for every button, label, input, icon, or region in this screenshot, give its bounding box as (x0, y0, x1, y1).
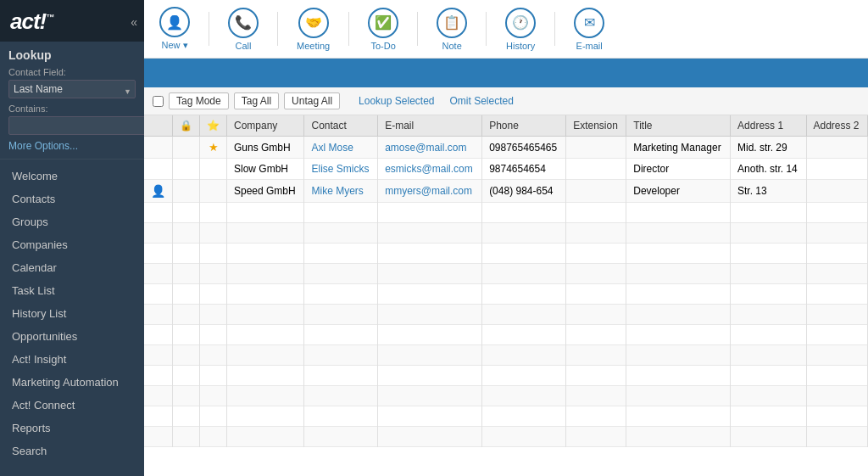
sidebar-item-opportunities[interactable]: Opportunities (0, 325, 144, 348)
sidebar-item-reports[interactable]: Reports (0, 417, 144, 440)
toolbar-label-email: E-mail (576, 41, 603, 51)
row-extension (566, 137, 626, 159)
collapse-button[interactable]: « (131, 15, 137, 29)
row-email[interactable]: mmyers@mail.com (378, 180, 482, 203)
row-person-icon (144, 159, 173, 180)
sidebar-item-task-list[interactable]: Task List (0, 279, 144, 302)
row-address2 (806, 137, 868, 159)
header-bar (144, 59, 868, 87)
table-row-empty (144, 284, 868, 305)
sidebar-item-marketing-automation[interactable]: Marketing Automation (0, 371, 144, 394)
row-person-icon (144, 137, 173, 159)
new-icon: 👤 (159, 7, 190, 37)
col-company[interactable]: Company (227, 115, 304, 137)
tag-all-button[interactable]: Tag All (234, 92, 279, 109)
row-contact[interactable]: Mike Myers (304, 180, 378, 203)
toolbar-label-history: History (506, 41, 535, 51)
row-star-icon (200, 180, 227, 203)
row-person-icon: 👤 (144, 180, 173, 203)
note-icon: 📋 (437, 8, 467, 38)
table-row[interactable]: Slow GmbHElise Smicksesmicks@mail.com987… (144, 159, 868, 180)
toolbar-divider-3 (348, 12, 349, 46)
lookup-selected-button[interactable]: Lookup Selected (353, 93, 439, 109)
row-company: Guns GmbH (227, 137, 304, 159)
row-address2 (806, 159, 868, 180)
toolbar-item-history[interactable]: 🕐History (498, 4, 542, 54)
toolbar-item-note[interactable]: 📋Note (430, 4, 474, 54)
row-email[interactable]: esmicks@mail.com (378, 159, 482, 180)
sidebar-item-contacts[interactable]: Contacts (0, 188, 144, 210)
contact-field-label: Contact Field: (8, 67, 136, 77)
sidebar-item-welcome[interactable]: Welcome (0, 165, 144, 188)
sidebar-item-act-connect[interactable]: Act! Connect (0, 394, 144, 417)
omit-selected-button[interactable]: Omit Selected (445, 93, 519, 109)
sidebar-item-search[interactable]: Search (0, 440, 144, 462)
row-contact[interactable]: Axl Mose (304, 137, 378, 159)
col-extension[interactable]: Extension (566, 115, 626, 137)
row-phone: 098765465465 (482, 137, 566, 159)
tag-mode-checkbox[interactable] (153, 96, 164, 107)
contact-field-select[interactable]: Last Name First Name Company Email (8, 80, 136, 98)
contains-input[interactable] (8, 116, 144, 135)
toolbar-item-new[interactable]: 👤New ▾ (153, 3, 197, 54)
col-address1[interactable]: Address 1 (731, 115, 806, 137)
col-contact[interactable]: Contact (304, 115, 378, 137)
row-extension (566, 159, 626, 180)
toolbar-item-email[interactable]: ✉E-mail (567, 4, 611, 54)
row-title: Developer (626, 180, 731, 203)
table-row-empty (144, 366, 868, 386)
sidebar-item-act-insight[interactable]: Act! Insight (0, 348, 144, 371)
row-email[interactable]: amose@mail.com (378, 137, 482, 159)
sidebar-item-groups[interactable]: Groups (0, 210, 144, 233)
col-lock: 🔒 (173, 115, 200, 137)
more-options-link[interactable]: More Options... (8, 140, 136, 152)
table-row[interactable]: 👤Speed GmbHMike Myersmmyers@mail.com(048… (144, 180, 868, 203)
row-company: Slow GmbH (227, 159, 304, 180)
row-star-icon: ★ (200, 137, 227, 159)
col-email[interactable]: E-mail (378, 115, 482, 137)
contacts-table-container: 🔒 ⭐ Company Contact E-mail Phone Extensi… (144, 115, 868, 476)
toolbar-label-todo: To-Do (370, 41, 395, 51)
col-address2[interactable]: Address 2 (806, 115, 868, 137)
toolbar-item-call[interactable]: 📞Call (221, 4, 265, 54)
row-star-icon (200, 159, 227, 180)
row-address1: Mid. str. 29 (731, 137, 806, 159)
row-address1: Anoth. str. 14 (731, 159, 806, 180)
row-lock-icon (173, 180, 200, 203)
table-header-row: 🔒 ⭐ Company Contact E-mail Phone Extensi… (144, 115, 868, 137)
toolbar-divider-2 (277, 12, 278, 46)
sidebar-item-history-list[interactable]: History List (0, 302, 144, 325)
table-row-empty (144, 203, 868, 223)
row-title: Director (626, 159, 731, 180)
contacts-table: 🔒 ⭐ Company Contact E-mail Phone Extensi… (144, 115, 868, 447)
contains-label: Contains: (8, 104, 136, 114)
row-phone: 9874654654 (482, 159, 566, 180)
meeting-icon: 🤝 (298, 8, 329, 38)
col-star: ⭐ (200, 115, 227, 137)
table-row-empty (144, 264, 868, 284)
table-row-empty (144, 223, 868, 244)
nav-section: WelcomeContactsGroupsCompaniesCalendarTa… (0, 160, 144, 476)
col-phone[interactable]: Phone (482, 115, 566, 137)
sidebar: act!™ « Lookup Contact Field: Last Name … (0, 0, 144, 476)
history-icon: 🕐 (505, 8, 536, 38)
email-icon: ✉ (574, 8, 604, 38)
col-title[interactable]: Title (626, 115, 731, 137)
toolbar-divider-4 (417, 12, 418, 46)
row-title: Marketing Manager (626, 137, 731, 159)
sidebar-item-calendar[interactable]: Calendar (0, 256, 144, 279)
toolbar-label-meeting: Meeting (297, 41, 330, 51)
tag-mode-button[interactable]: Tag Mode (169, 92, 229, 109)
app-logo: act!™ (10, 8, 53, 35)
untag-all-button[interactable]: Untag All (284, 92, 340, 109)
toolbar-item-todo[interactable]: ✅To-Do (361, 4, 405, 54)
row-contact[interactable]: Elise Smicks (304, 159, 378, 180)
row-address2 (806, 180, 868, 203)
table-row-empty (144, 427, 868, 447)
sidebar-item-companies[interactable]: Companies (0, 233, 144, 256)
table-row[interactable]: ★Guns GmbHAxl Moseamose@mail.com09876546… (144, 137, 868, 159)
row-address1: Str. 13 (731, 180, 806, 203)
toolbar-item-meeting[interactable]: 🤝Meeting (290, 4, 337, 54)
tag-row: Tag Mode Tag All Untag All Lookup Select… (144, 87, 868, 115)
main-content: 👤New ▾📞Call🤝Meeting✅To-Do📋Note🕐History✉E… (144, 0, 868, 476)
